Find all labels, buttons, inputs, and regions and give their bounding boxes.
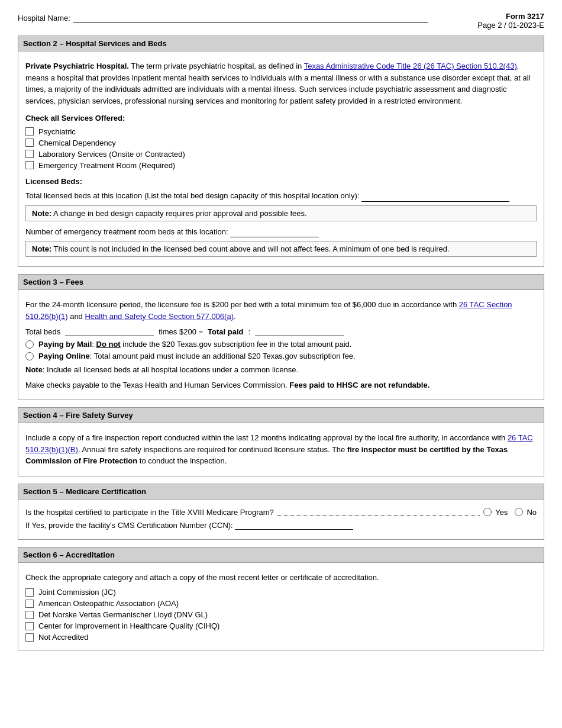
form-info: Form 3217 Page 2 / 01-2023-E xyxy=(477,12,544,30)
accred-cihq: Center for Improvement in Healthcare Qua… xyxy=(25,621,537,630)
hospital-name-row: Hospital Name: xyxy=(18,12,477,22)
section3-content: For the 24-month licensure period, the l… xyxy=(18,290,544,400)
checkbox-cihq[interactable] xyxy=(25,622,34,630)
service-label-laboratory: Laboratory Services (Onsite or Contracte… xyxy=(38,150,185,159)
note-text: : Include all licensed beds at all hospi… xyxy=(43,365,298,374)
section6-header: Section 6 – Accreditation xyxy=(18,547,544,563)
total-paid-input[interactable] xyxy=(255,327,344,336)
page-header: Hospital Name: Form 3217 Page 2 / 01-202… xyxy=(18,12,544,30)
times-label: times $200 = xyxy=(159,327,203,336)
checkbox-chemical-dependency[interactable] xyxy=(25,138,34,147)
private-psych-bold: Private Psychiatric Hospital. xyxy=(25,62,129,70)
note1-box: Note: A change in bed design capacity re… xyxy=(25,205,537,221)
tac-link[interactable]: Texas Administrative Code Title 26 (26 T… xyxy=(304,62,517,70)
hospital-name-input[interactable] xyxy=(73,12,428,22)
licensed-beds-label: Licensed Beds: xyxy=(25,177,82,186)
hsc-link[interactable]: Health and Safety Code Section 577.006(a… xyxy=(85,312,234,321)
service-laboratory: Laboratory Services (Onsite or Contracte… xyxy=(25,150,537,159)
total-licensed-beds-text: Total licensed beds at this location (Li… xyxy=(25,191,359,200)
ccn-label: If Yes, provide the facility's CMS Certi… xyxy=(25,521,233,530)
accred-dnv: Det Norske Vertas Germanischer Lloyd (DN… xyxy=(25,610,537,619)
section2-content: Private Psychiatric Hospital. The term p… xyxy=(18,51,544,267)
service-label-psychiatric: Psychiatric xyxy=(38,127,76,136)
section4-content: Include a copy of a fire inspection repo… xyxy=(18,423,544,476)
checks-bold: Fees paid to HHSC are not refundable. xyxy=(289,381,429,389)
section6-content: Check the appropriate category and attac… xyxy=(18,563,544,651)
note-all-beds: Note: Include all licensed beds at all h… xyxy=(25,364,537,376)
checks-payable: Make checks payable to the Texas Health … xyxy=(25,379,537,391)
fire-text2: . Annual fire safety inspections are req… xyxy=(78,445,347,454)
radio-no[interactable] xyxy=(515,508,523,516)
check-services-label: Check all Services Offered: xyxy=(25,114,125,123)
total-paid-label: Total paid xyxy=(208,327,243,336)
checkbox-psychiatric[interactable] xyxy=(25,127,34,136)
checkbox-jc[interactable] xyxy=(25,588,34,597)
service-label-chemical-dependency: Chemical Dependency xyxy=(38,138,116,147)
service-chemical-dependency: Chemical Dependency xyxy=(25,138,537,147)
licensed-beds-header: Licensed Beds: xyxy=(25,176,537,188)
yes-option: Yes xyxy=(483,508,508,517)
page-info: Page 2 / 01-2023-E xyxy=(477,21,544,30)
note2-box: Note: This count is not included in the … xyxy=(25,241,537,257)
section5-content: Is the hospital certified to participate… xyxy=(18,500,544,540)
paying-mail-text: Paying by Mail: Do not include the $20 T… xyxy=(38,340,351,349)
medicare-options: Yes No xyxy=(483,508,537,517)
ccn-row: If Yes, provide the facility's CMS Certi… xyxy=(25,520,537,530)
note1-label: Note: xyxy=(32,209,51,218)
checkbox-dnv[interactable] xyxy=(25,611,34,619)
no-label: No xyxy=(527,508,537,517)
note2-text: This count is not included in the licens… xyxy=(51,244,449,253)
note1-text: A change in bed design capacity requires… xyxy=(51,209,306,218)
service-emergency: Emergency Treatment Room (Required) xyxy=(25,161,537,170)
hospital-name-label: Hospital Name: xyxy=(18,14,70,22)
radio-paying-mail[interactable] xyxy=(25,340,34,349)
accred-not-accredited: Not Accredited xyxy=(25,633,537,642)
checkbox-aoa[interactable] xyxy=(25,600,34,608)
fire-text3: to conduct the inspection. xyxy=(137,456,227,465)
paying-mail-donot: Do not xyxy=(96,340,121,349)
total-beds-label: Total beds xyxy=(25,327,60,336)
paying-mail-row: Paying by Mail: Do not include the $20 T… xyxy=(25,340,537,349)
label-jc: Joint Commission (JC) xyxy=(38,588,116,597)
section4-header: Section 4 – Fire Safety Survey xyxy=(18,407,544,423)
service-psychiatric: Psychiatric xyxy=(25,127,537,136)
paying-online-bold: Paying Online xyxy=(38,352,90,360)
fire-safety-paragraph: Include a copy of a fire inspection repo… xyxy=(25,432,537,467)
label-aoa: American Osteopathic Association (AOA) xyxy=(38,599,179,608)
label-not-accredited: Not Accredited xyxy=(38,633,89,642)
total-beds-input[interactable] xyxy=(65,327,154,336)
label-cihq: Center for Improvement in Healthcare Qua… xyxy=(38,621,219,630)
radio-paying-online[interactable] xyxy=(25,352,34,360)
label-dnv: Det Norske Vertas Germanischer Lloyd (DN… xyxy=(38,610,208,619)
accreditation-intro: Check the appropriate category and attac… xyxy=(25,572,537,584)
ccn-input[interactable] xyxy=(235,520,353,530)
fire-text1: Include a copy of a fire inspection repo… xyxy=(25,433,508,442)
paying-mail-bold: Paying by Mail xyxy=(38,340,92,349)
emergency-beds-row: Number of emergency treatment room beds … xyxy=(25,226,537,238)
section2-header: Section 2 – Hospital Services and Beds xyxy=(18,36,544,51)
section5-header: Section 5 – Medicare Certification xyxy=(18,484,544,500)
checkbox-laboratory[interactable] xyxy=(25,150,34,158)
fees-intro2-text: and xyxy=(68,312,85,321)
total-licensed-beds-input[interactable] xyxy=(361,192,509,202)
fees-intro-paragraph: For the 24-month licensure period, the l… xyxy=(25,299,537,322)
radio-yes[interactable] xyxy=(483,508,492,516)
emergency-beds-text: Number of emergency treatment room beds … xyxy=(25,227,228,236)
accred-joint-commission: Joint Commission (JC) xyxy=(25,588,537,597)
paying-online-text: Paying Online: Total amount paid must in… xyxy=(38,352,356,360)
paying-online-row: Paying Online: Total amount paid must in… xyxy=(25,352,537,360)
note2-label: Note: xyxy=(32,244,51,253)
emergency-beds-input[interactable] xyxy=(230,228,319,237)
checkbox-not-accredited[interactable] xyxy=(25,633,34,642)
note-label: Note xyxy=(25,365,43,374)
definition-text1: The term private psychiatric hospital, a… xyxy=(129,62,304,70)
checkbox-emergency[interactable] xyxy=(25,161,34,169)
form-number: Form 3217 xyxy=(477,12,544,21)
section3-header: Section 3 – Fees xyxy=(18,274,544,290)
check-services-header: Check all Services Offered: xyxy=(25,112,537,124)
checks-text: Make checks payable to the Texas Health … xyxy=(25,381,289,389)
accred-aoa: American Osteopathic Association (AOA) xyxy=(25,599,537,608)
no-option: No xyxy=(515,508,537,517)
yes-label: Yes xyxy=(495,508,508,517)
medicare-question-text: Is the hospital certified to participate… xyxy=(25,508,274,517)
